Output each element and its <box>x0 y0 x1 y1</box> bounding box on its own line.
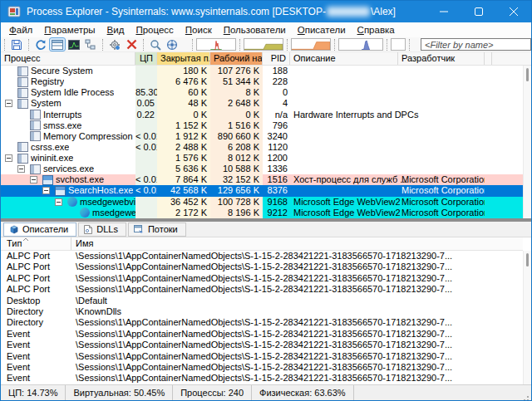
cell-process-name: services.exe <box>1 164 135 174</box>
minimize-button[interactable] <box>426 1 461 22</box>
cell-filler <box>485 174 523 185</box>
commit-graph[interactable] <box>291 38 331 51</box>
cell-pid: n/a <box>263 110 290 120</box>
process-properties-button[interactable] <box>106 37 123 51</box>
process-row[interactable]: Registry6 476 K51 344 K228 <box>1 76 523 87</box>
scrollbar-thumb[interactable] <box>526 253 529 267</box>
toolbar-separator <box>334 39 335 51</box>
cell-handle-type: Desktop <box>1 296 71 306</box>
process-row[interactable]: wininit.exe1 576 K8 012 K1200 <box>1 153 523 164</box>
tree-collapse-icon[interactable] <box>42 187 50 194</box>
column-header-name[interactable]: Имя <box>71 237 523 250</box>
handle-row[interactable]: Directory\Sessions\1\AppContainerNamedOb… <box>1 317 523 328</box>
column-header-description[interactable]: Описание <box>290 52 398 65</box>
process-row[interactable]: svchost.exe< 0.017 864 K32 152 K1516Хост… <box>1 174 523 185</box>
cell-pid: 1200 <box>263 153 290 164</box>
show-process-tree-button[interactable] <box>82 37 99 51</box>
cell-process-name: wininit.exe <box>1 153 135 164</box>
process-explorer-window: Process Explorer - Sysinternals: www.sys… <box>0 0 532 401</box>
process-row[interactable]: System0.0548 K2 648 K4 <box>1 98 523 109</box>
cell-company <box>398 164 485 174</box>
refresh-button[interactable] <box>32 37 49 51</box>
cell-filler <box>485 98 523 109</box>
menu-item-options[interactable]: Параметры <box>38 23 101 37</box>
process-row[interactable]: services.exe5 636 K10 588 K1336 <box>1 164 523 174</box>
toolbar-separator <box>102 39 103 51</box>
cell-working-set: 0 K <box>210 110 263 120</box>
filter-input[interactable] <box>421 38 531 51</box>
handle-row[interactable]: ALPC Port\Sessions\1\AppContainerNamedOb… <box>1 273 523 284</box>
process-row[interactable]: System Idle Process85.3060 K8 K0 <box>1 87 523 98</box>
column-header-company[interactable]: Разработчик <box>398 52 485 65</box>
tree-collapse-icon[interactable] <box>30 176 37 183</box>
close-button[interactable] <box>496 1 531 22</box>
cell-cpu <box>135 66 157 76</box>
menu-item-file[interactable]: Файл <box>3 23 38 37</box>
process-scrollbar[interactable] <box>523 66 531 218</box>
process-name: Interrupts <box>43 110 81 120</box>
process-row[interactable]: msedgewebvie...2 172 K8 196 K9212Microso… <box>1 208 523 218</box>
handle-row[interactable]: Event\Sessions\1\AppContainerNamedObject… <box>1 351 523 362</box>
handle-row[interactable]: Event\Sessions\1\AppContainerNamedObject… <box>1 373 523 384</box>
handle-row[interactable]: ALPC Port\Sessions\1\AppContainerNamedOb… <box>1 262 523 272</box>
menu-item-view[interactable]: Вид <box>101 23 131 37</box>
column-header-working-set[interactable]: Рабочий наб... <box>210 52 263 65</box>
window-controls <box>426 1 531 22</box>
column-header-pid[interactable]: PID <box>263 52 290 65</box>
cell-filler <box>485 185 523 196</box>
find-handle-or-dll-button[interactable] <box>164 37 180 51</box>
scrollbar-thumb[interactable] <box>526 68 529 81</box>
process-row[interactable]: smss.exe1 152 K1 516 K796 <box>1 120 523 131</box>
gpu-graph[interactable] <box>338 38 383 51</box>
status-cpu: ЦП: 14.73% <box>1 385 66 400</box>
menu-item-users[interactable]: Пользователи <box>218 23 292 37</box>
tree-collapse-icon[interactable] <box>55 198 62 206</box>
physical-memory-graph[interactable] <box>244 38 283 51</box>
handle-row[interactable]: Event\Sessions\1\AppContainerNamedObject… <box>1 362 523 373</box>
handle-row[interactable]: ALPC Port\Sessions\1\AppContainerNamedOb… <box>1 284 523 295</box>
cell-description <box>290 76 398 87</box>
handle-row[interactable]: ALPC Port\Sessions\1\AppContainerNamedOb… <box>1 251 523 262</box>
tree-collapse-icon[interactable] <box>5 100 12 107</box>
resize-grip[interactable] <box>527 396 529 398</box>
process-row[interactable]: Secure System180 K107 276 K188 <box>1 66 523 76</box>
process-row[interactable]: csrss.exe< 0.012 488 K6 208 K1120 <box>1 142 523 153</box>
tab-handles[interactable]: Описатели <box>3 223 76 237</box>
process-row[interactable]: SearchHost.exe< 0.0142 568 K129 656 K837… <box>1 185 523 196</box>
window-title-suffix: \Alex] <box>371 6 396 17</box>
save-button[interactable] <box>8 37 25 51</box>
maximize-button[interactable] <box>461 1 496 22</box>
handle-row[interactable]: Event\Sessions\1\AppContainerNamedObject… <box>1 340 523 350</box>
menu-item-help[interactable]: Справка <box>352 23 401 37</box>
tree-collapse-icon[interactable] <box>5 154 12 162</box>
column-header-cpu[interactable]: ЦП <box>135 52 157 65</box>
process-icon <box>30 110 41 120</box>
cell-cpu: 85.30 <box>135 87 157 98</box>
column-header-type[interactable]: Тип <box>1 237 71 250</box>
tab-threads[interactable]: Потоки <box>128 223 186 237</box>
find-window-process-button[interactable] <box>147 37 164 51</box>
show-lower-pane-button[interactable] <box>49 37 66 51</box>
process-table-header: Процесс ЦП Закрытая п... Рабочий наб... … <box>1 52 531 66</box>
process-row[interactable]: Interrupts0.220 K0 Kn/aHardware Interrup… <box>1 110 523 120</box>
menu-item-process[interactable]: Процесс <box>130 23 179 37</box>
column-header-process[interactable]: Процесс <box>1 52 135 65</box>
tree-collapse-icon[interactable] <box>17 165 25 173</box>
kill-process-button[interactable] <box>123 37 140 51</box>
menu-item-handles[interactable]: Описатели <box>292 23 352 37</box>
column-header-private-bytes[interactable]: Закрытая п... <box>157 52 210 65</box>
handle-row[interactable]: Desktop\Default <box>1 296 523 306</box>
process-row[interactable]: Memory Compression< 0.011 912 K890 660 K… <box>1 131 523 142</box>
process-row[interactable]: msedgewebview2...36 452 K100 728 K9168Mi… <box>1 197 523 208</box>
system-information-button[interactable] <box>66 37 82 51</box>
handle-row[interactable]: Event\Sessions\1\AppContainerNamedObject… <box>1 329 523 340</box>
io-graph[interactable] <box>391 38 406 51</box>
handles-scrollbar[interactable] <box>523 251 531 384</box>
cpu-usage-graph[interactable] <box>196 38 236 51</box>
cell-pid: 8376 <box>263 185 290 196</box>
handle-row[interactable]: Directory\KnownDlls <box>1 306 523 317</box>
menu-item-find[interactable]: Поиск <box>180 23 218 37</box>
tab-dlls[interactable]: DLLs <box>78 223 126 237</box>
cell-pid: 9168 <box>263 197 290 208</box>
cell-pid: 796 <box>263 120 290 131</box>
